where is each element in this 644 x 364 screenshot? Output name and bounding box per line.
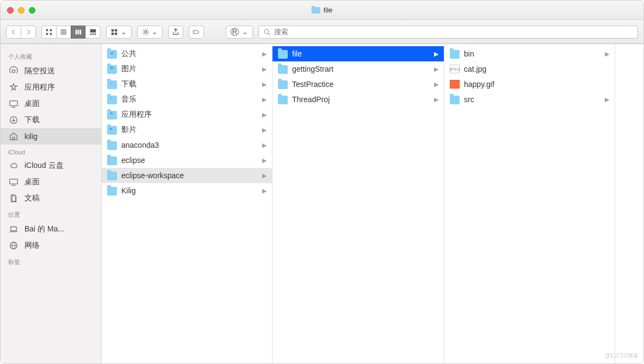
sidebar-item[interactable]: 隔空投送 [1, 63, 101, 79]
sidebar: 个人收藏隔空投送应用程序桌面下载kiligiCloudiCloud 云盘桌面文稿… [1, 44, 102, 363]
file-name: gettingStrart [292, 65, 431, 73]
folder-icon [278, 50, 288, 59]
svg-rect-8 [78, 29, 79, 34]
airdrop-icon [8, 66, 19, 77]
file-row[interactable]: JPEGcat.jpg [444, 61, 615, 77]
file-row[interactable]: happy.gif [444, 77, 615, 92]
file-name: 公共 [121, 49, 259, 59]
svg-rect-10 [90, 29, 96, 32]
sidebar-item[interactable]: 桌面 [1, 96, 101, 112]
folder-icon [107, 156, 117, 165]
chevron-right-icon: ▶ [262, 142, 267, 149]
sidebar-item[interactable]: 下载 [1, 112, 101, 128]
minimize-button[interactable] [18, 7, 24, 14]
file-name: 图片 [121, 64, 259, 74]
chevron-right-icon: ▶ [434, 66, 438, 73]
back-button[interactable] [6, 26, 21, 39]
file-row[interactable]: ThreadProj▶ [273, 92, 444, 107]
watermark: @51CTO博客 [605, 352, 639, 360]
chevron-right-icon: ▶ [434, 81, 438, 88]
action-button[interactable]: ⌄ [137, 26, 163, 39]
file-row[interactable]: 应用程序▶ [102, 107, 272, 122]
svg-rect-16 [112, 32, 114, 34]
sidebar-item[interactable]: 文稿 [1, 190, 101, 206]
gallery-view-button[interactable] [85, 26, 101, 39]
file-row[interactable]: 音乐▶ [102, 92, 272, 107]
window-body: 个人收藏隔空投送应用程序桌面下载kiligiCloudiCloud 云盘桌面文稿… [1, 44, 643, 363]
columns-view: 公共▶图片▶下载▶音乐▶应用程序▶影片▶anaconda3▶eclipse▶ec… [102, 44, 643, 363]
file-row[interactable]: src▶ [444, 92, 615, 107]
svg-rect-15 [115, 29, 117, 31]
file-name: file [292, 49, 431, 58]
sidebar-item[interactable]: Bai 的 Ma... [1, 221, 101, 237]
close-button[interactable] [7, 7, 14, 14]
chevron-right-icon: ▶ [262, 96, 267, 103]
file-row[interactable]: Kilig▶ [102, 183, 272, 198]
sidebar-item-label: iCloud 云盘 [24, 161, 64, 171]
r-icon: R [231, 28, 239, 36]
file-row[interactable]: TestPractice▶ [273, 77, 444, 92]
file-row[interactable]: 公共▶ [102, 46, 272, 61]
gear-icon [142, 28, 150, 36]
chevron-right-icon: ▶ [434, 51, 438, 58]
forward-button[interactable] [21, 26, 36, 39]
svg-rect-3 [50, 33, 52, 35]
group-button[interactable]: ⌄ [106, 26, 132, 39]
column-view-button[interactable] [71, 26, 86, 39]
chevron-left-icon [10, 28, 17, 36]
chevron-right-icon: ▶ [605, 51, 609, 58]
file-row[interactable]: file▶ [273, 46, 444, 61]
folder-icon [278, 65, 288, 74]
gallery-icon [89, 28, 97, 36]
sidebar-item[interactable]: iCloud 云盘 [1, 158, 101, 174]
svg-rect-25 [13, 137, 15, 140]
file-row[interactable]: 影片▶ [102, 122, 272, 137]
title-text: file [324, 6, 333, 14]
svg-rect-2 [46, 33, 48, 35]
r-button[interactable]: R ⌄ [226, 26, 253, 39]
sidebar-item-label: 隔空投送 [24, 66, 55, 76]
file-row[interactable]: eclipse-workspace▶ [102, 168, 272, 183]
folder-icon [450, 96, 460, 104]
share-icon [172, 28, 179, 36]
file-name: cat.jpg [464, 65, 609, 73]
share-button[interactable] [168, 26, 183, 39]
sidebar-item[interactable]: 网络 [1, 237, 101, 254]
search-input[interactable] [274, 28, 633, 36]
toolbar: ⌄ ⌄ R ⌄ [1, 20, 643, 44]
sidebar-heading: 位置 [1, 206, 101, 221]
chevron-down-icon: ⌄ [242, 28, 248, 36]
search-field[interactable] [258, 26, 638, 39]
list-view-button[interactable] [56, 26, 71, 39]
file-row[interactable]: eclipse▶ [102, 153, 272, 168]
sidebar-item[interactable]: kilig [1, 128, 101, 145]
chevron-right-icon: ▶ [262, 127, 267, 134]
chevron-right-icon: ▶ [262, 157, 267, 164]
sidebar-item-label: 网络 [24, 241, 40, 250]
file-name: 音乐 [121, 95, 259, 104]
svg-rect-12 [92, 33, 94, 35]
file-row[interactable]: 图片▶ [102, 61, 272, 77]
file-name: 下载 [121, 79, 259, 89]
sidebar-item[interactable]: 应用程序 [1, 79, 101, 96]
svg-rect-9 [80, 29, 82, 34]
icon-view-button[interactable] [41, 26, 57, 39]
svg-rect-17 [115, 32, 117, 34]
folder-icon [107, 96, 117, 104]
svg-rect-14 [112, 29, 114, 31]
file-row[interactable]: bin▶ [444, 46, 615, 61]
downloads-icon [8, 115, 19, 125]
maximize-button[interactable] [29, 7, 35, 14]
file-row[interactable]: gettingStrart▶ [273, 61, 444, 77]
tag-button[interactable] [189, 26, 204, 39]
file-row[interactable]: 下载▶ [102, 77, 272, 92]
image-icon [450, 80, 460, 89]
folder-icon [107, 172, 117, 180]
file-name: ThreadProj [292, 95, 431, 104]
sidebar-item-label: 下载 [24, 115, 40, 125]
file-row[interactable]: anaconda3▶ [102, 137, 272, 153]
file-name: src [464, 95, 602, 104]
chevron-right-icon: ▶ [262, 51, 267, 58]
chevron-right-icon: ▶ [262, 81, 267, 88]
sidebar-item[interactable]: 桌面 [1, 174, 101, 190]
